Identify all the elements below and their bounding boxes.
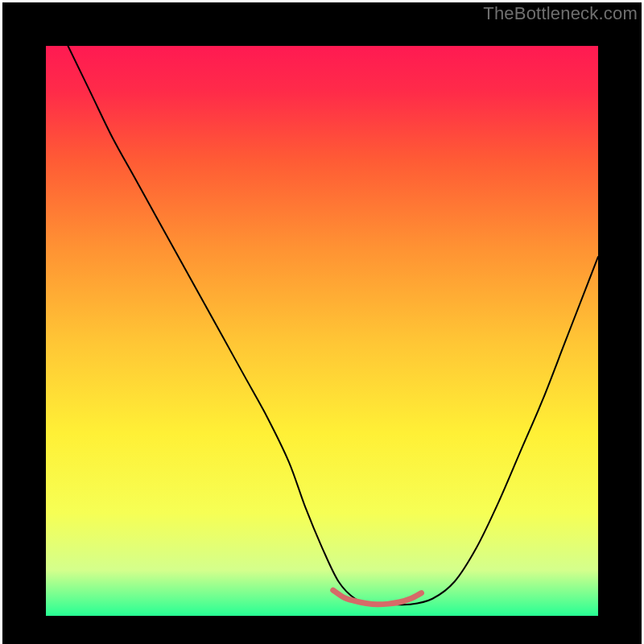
bottleneck-chart	[0, 0, 644, 644]
chart-container: TheBottleneck.com	[0, 0, 644, 644]
plot-background	[46, 46, 598, 616]
watermark-text: TheBottleneck.com	[483, 3, 638, 24]
